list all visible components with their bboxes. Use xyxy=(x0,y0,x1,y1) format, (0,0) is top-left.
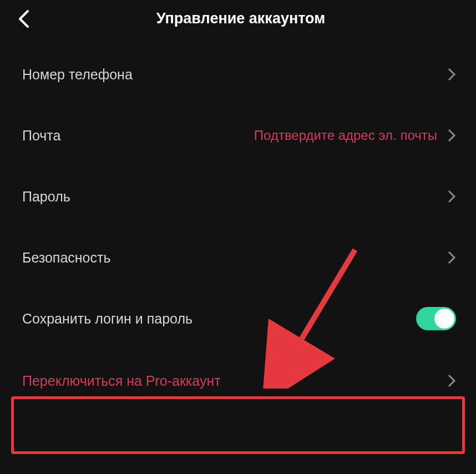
chevron-left-icon xyxy=(17,9,32,29)
settings-list: Номер телефона Почта Подтвердите адрес э… xyxy=(0,44,476,410)
row-save-login[interactable]: Сохранить логин и пароль xyxy=(0,288,476,349)
chevron-right-icon xyxy=(447,250,456,265)
page-title: Управление аккаунтом xyxy=(17,10,465,27)
back-button[interactable] xyxy=(17,9,32,31)
row-password-label: Пароль xyxy=(22,189,70,205)
save-login-toggle[interactable] xyxy=(416,307,456,330)
row-save-login-label: Сохранить логин и пароль xyxy=(22,311,193,327)
row-phone[interactable]: Номер телефона xyxy=(0,44,476,105)
row-password[interactable]: Пароль xyxy=(0,166,476,227)
chevron-right-icon xyxy=(447,128,456,143)
row-email[interactable]: Почта Подтвердите адрес эл. почты xyxy=(0,105,476,166)
row-security[interactable]: Безопасность xyxy=(0,227,476,288)
header: Управление аккаунтом xyxy=(0,0,476,44)
row-security-label: Безопасность xyxy=(22,250,110,266)
row-pro-account-label: Переключиться на Pro-аккаунт xyxy=(22,373,221,389)
row-pro-account[interactable]: Переключиться на Pro-аккаунт xyxy=(0,349,476,410)
chevron-right-icon xyxy=(447,374,456,388)
row-email-label: Почта xyxy=(22,128,60,144)
toggle-knob xyxy=(434,309,454,329)
chevron-right-icon xyxy=(447,67,456,82)
row-email-value: Подтвердите адрес эл. почты xyxy=(254,128,437,143)
row-phone-label: Номер телефона xyxy=(22,67,133,83)
chevron-right-icon xyxy=(447,189,456,204)
